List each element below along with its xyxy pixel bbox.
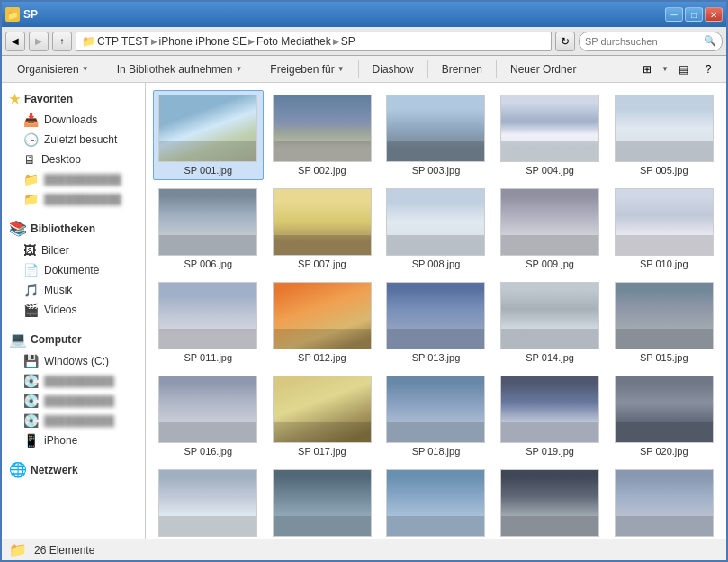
minimize-button[interactable]: ─: [665, 7, 683, 22]
file-item[interactable]: SP 016.jpg: [153, 371, 264, 461]
network-section-header: 🌐 Netzwerk: [2, 458, 145, 482]
file-item[interactable]: SP 014.jpg: [495, 277, 606, 367]
file-name-label: SP 008.jpg: [412, 258, 461, 269]
blurred1-icon: 📁: [23, 172, 39, 186]
file-item[interactable]: SP 020.jpg: [608, 371, 719, 461]
file-thumbnail: [500, 282, 599, 349]
path-folder-icon: 📁: [82, 35, 95, 48]
file-item[interactable]: SP 005.jpg: [608, 90, 719, 180]
organize-button[interactable]: Organisieren ▼: [9, 59, 97, 80]
path-part-2: iPhone iPhone SE: [159, 35, 247, 48]
back-button[interactable]: ◀: [5, 32, 25, 51]
file-name-label: SP 001.jpg: [184, 165, 232, 176]
favorites-section-header: ★ Favoriten: [2, 88, 145, 110]
address-path[interactable]: 📁 CTP TEST ▶ iPhone iPhone SE ▶ Foto Med…: [76, 32, 552, 51]
file-item[interactable]: SP 007.jpg: [267, 184, 378, 274]
file-item[interactable]: SP 015.jpg: [608, 277, 719, 367]
file-item[interactable]: SP 026.jpg: [608, 465, 719, 539]
file-item[interactable]: SP 018.jpg: [381, 371, 491, 461]
explorer-window: 📁 SP ─ □ ✕ ◀ ▶ ↑ 📁 CTP TEST ▶ iPhone iPh…: [0, 0, 728, 562]
view-dropdown-arrow[interactable]: ▼: [661, 65, 669, 73]
burn-button[interactable]: Brennen: [434, 59, 490, 80]
sidebar-item-iphone[interactable]: 📱 iPhone: [2, 431, 145, 450]
view-toggle-button[interactable]: ⊞: [636, 59, 658, 80]
up-button[interactable]: ↑: [52, 32, 72, 51]
file-item[interactable]: SP 019.jpg: [495, 371, 606, 461]
sidebar-div-2: [2, 320, 145, 327]
search-box[interactable]: 🔍: [579, 32, 723, 51]
file-item[interactable]: SP 017.jpg: [267, 371, 378, 461]
file-item[interactable]: SP 004.jpg: [495, 90, 606, 180]
forward-button[interactable]: ▶: [29, 32, 49, 51]
slideshow-button[interactable]: Diashow: [364, 59, 422, 80]
close-button[interactable]: ✕: [705, 7, 723, 22]
file-item[interactable]: SP 022.jpg: [267, 465, 378, 539]
file-item[interactable]: SP 011.jpg: [153, 277, 264, 367]
file-thumbnail: [273, 469, 372, 537]
address-bar: ◀ ▶ ↑ 📁 CTP TEST ▶ iPhone iPhone SE ▶ Fo…: [2, 27, 726, 56]
sidebar-item-blurred1[interactable]: 📁 ███████████: [2, 169, 145, 189]
preview-pane-button[interactable]: ▤: [672, 59, 694, 80]
sidebar-item-windows-c[interactable]: 💾 Windows (C:): [2, 351, 145, 371]
sidebar-item-recent[interactable]: 🕒 Zuletzt besucht: [2, 130, 145, 150]
sidebar-item-blurred2[interactable]: 📁 ███████████: [2, 189, 145, 209]
sidebar-item-blurred4[interactable]: 💽 ██████████: [2, 391, 145, 411]
file-item[interactable]: SP 013.jpg: [381, 277, 491, 367]
file-name-label: SP 020.jpg: [640, 446, 688, 457]
file-item[interactable]: SP 025.jpg: [495, 465, 606, 539]
file-item[interactable]: SP 021.jpg: [153, 465, 264, 539]
file-item[interactable]: SP 003.jpg: [381, 90, 491, 180]
file-item[interactable]: SP 008.jpg: [381, 184, 491, 274]
path-part-4: SP: [341, 35, 355, 48]
file-thumbnail: [500, 95, 599, 162]
sidebar-item-blurred5[interactable]: 💽 ██████████: [2, 411, 145, 431]
file-thumbnail: [158, 188, 257, 256]
sidebar-item-docs[interactable]: 📄 Dokumente: [2, 260, 145, 280]
file-thumbnail: [386, 469, 485, 537]
file-item[interactable]: SP 010.jpg: [608, 184, 719, 274]
file-thumbnail: [386, 376, 485, 443]
sidebar-item-downloads[interactable]: 📥 Downloads: [2, 110, 145, 130]
desktop-icon: 🖥: [23, 152, 36, 167]
file-thumbnail: [386, 188, 485, 256]
refresh-button[interactable]: ↻: [555, 32, 575, 51]
file-name-label: SP 009.jpg: [526, 258, 574, 269]
file-item[interactable]: SP 001.jpg: [153, 90, 264, 180]
file-item[interactable]: SP 012.jpg: [267, 277, 378, 367]
file-name-label: SP 012.jpg: [298, 352, 346, 363]
file-thumbnail: [615, 188, 714, 256]
sidebar-item-blurred3[interactable]: 💽 ██████████: [2, 371, 145, 391]
path-arrow-2: ▶: [248, 37, 255, 46]
share-button[interactable]: Freigeben für ▼: [262, 59, 352, 80]
file-name-label: SP 006.jpg: [184, 258, 232, 269]
sidebar-item-images[interactable]: 🖼 Bilder: [2, 240, 145, 260]
file-thumbnail: [158, 95, 257, 162]
add-to-library-button[interactable]: In Bibliothek aufnehmen ▼: [109, 59, 251, 80]
libraries-section-header: 📚 Bibliotheken: [2, 216, 145, 240]
organize-dropdown-arrow: ▼: [82, 65, 89, 73]
file-item[interactable]: SP 002.jpg: [267, 90, 378, 180]
blurred2-icon: 📁: [23, 192, 39, 206]
recent-icon: 🕒: [23, 132, 39, 147]
help-button[interactable]: ?: [697, 59, 719, 80]
title-bar: 📁 SP ─ □ ✕: [2, 2, 726, 27]
downloads-folder-icon: 📥: [23, 113, 39, 127]
path-arrow-1: ▶: [151, 37, 157, 46]
sidebar-blurred4-label: ██████████: [44, 395, 114, 406]
sidebar-item-desktop[interactable]: 🖥 Desktop: [2, 150, 145, 169]
file-item[interactable]: SP 009.jpg: [495, 184, 606, 274]
status-folder-icon: 📁: [9, 541, 27, 558]
file-thumbnail: [158, 282, 257, 349]
file-item[interactable]: SP 023.jpg: [381, 465, 491, 539]
maximize-button[interactable]: □: [685, 7, 703, 22]
title-bar-left: 📁 SP: [5, 7, 38, 22]
sidebar-item-videos[interactable]: 🎬 Videos: [2, 300, 145, 320]
blurred3-icon: 💽: [23, 374, 39, 388]
sidebar-item-music[interactable]: 🎵 Musik: [2, 280, 145, 300]
sidebar-blurred3-label: ██████████: [44, 376, 114, 386]
new-folder-button[interactable]: Neuer Ordner: [502, 59, 584, 80]
file-item[interactable]: SP 006.jpg: [153, 184, 264, 274]
path-part-1: CTP TEST: [97, 35, 149, 48]
search-input[interactable]: [585, 36, 700, 47]
file-name-label: SP 015.jpg: [640, 352, 688, 363]
